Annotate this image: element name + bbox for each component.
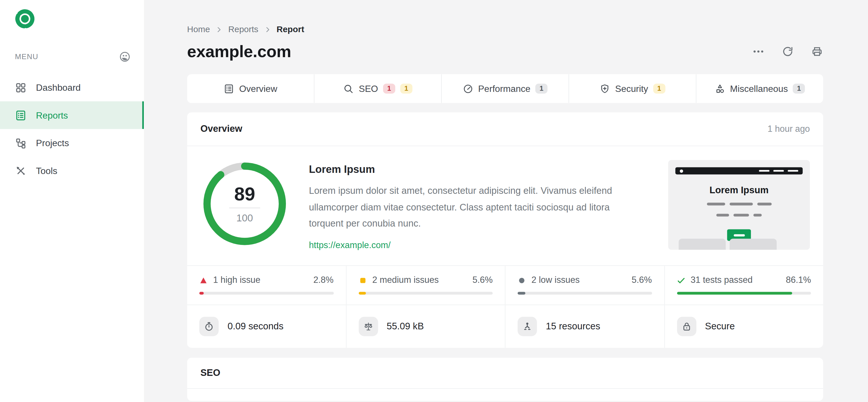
page-title: example.com — [187, 42, 291, 61]
stat-percent: 5.6% — [472, 275, 493, 285]
reports-icon — [15, 110, 26, 121]
sidebar-nav: Dashboard Reports Projects — [0, 73, 144, 184]
thumbnail-logo-dot — [680, 169, 683, 173]
tools-icon — [15, 165, 26, 177]
progress-bar — [518, 292, 652, 295]
tab-security[interactable]: Security 1 — [569, 74, 696, 103]
sidebar-item-label: Tools — [36, 165, 57, 176]
persona-icon[interactable] — [119, 51, 131, 63]
overview-card: Overview 1 hour ago 89 100 — [187, 112, 823, 348]
stat-low-issues: 2 low issues 5.6% — [505, 266, 664, 305]
site-url-link[interactable]: https://example.com/ — [309, 240, 391, 250]
overview-icon — [224, 83, 234, 94]
quick-stats-row: 0.09 seconds 55.09 kB — [187, 305, 823, 348]
site-heading: Lorem Ipsum — [309, 163, 627, 176]
stat-label: 31 tests passed — [691, 275, 753, 285]
tab-badge-count: 1 — [793, 84, 805, 94]
search-icon — [343, 83, 354, 94]
tab-seo[interactable]: SEO 1 1 — [314, 74, 441, 103]
app-logo-icon[interactable] — [14, 8, 36, 30]
tab-performance[interactable]: Performance 1 — [441, 74, 569, 103]
resources-icon — [518, 317, 537, 336]
scale-icon — [359, 317, 378, 336]
stat-percent: 5.6% — [632, 275, 652, 285]
header-actions — [752, 45, 823, 57]
report-timestamp: 1 hour ago — [768, 124, 810, 134]
refresh-button[interactable] — [782, 45, 794, 57]
tab-badge-medium: 1 — [400, 84, 412, 94]
chevron-right-icon — [264, 26, 271, 33]
print-button[interactable] — [811, 45, 823, 57]
lock-icon — [677, 317, 696, 336]
thumbnail-text-line — [668, 214, 810, 217]
tab-label: SEO — [359, 83, 378, 94]
site-thumbnail: Lorem Ipsum — [668, 160, 810, 250]
progress-bar — [359, 292, 493, 295]
sidebar-item-reports[interactable]: Reports — [0, 101, 144, 129]
breadcrumb-reports[interactable]: Reports — [228, 24, 258, 34]
score-max: 100 — [236, 213, 253, 223]
menu-label: MENU — [15, 53, 38, 61]
sidebar-menu-header: MENU — [15, 51, 131, 63]
stat-tests-passed: 31 tests passed 86.1% — [664, 266, 823, 305]
tab-label: Performance — [478, 83, 530, 94]
check-icon — [677, 276, 685, 284]
thumbnail-title: Lorem Ipsum — [668, 185, 810, 196]
sidebar-item-label: Reports — [36, 110, 68, 121]
stat-medium-issues: 2 medium issues 5.6% — [346, 266, 505, 305]
seo-card: SEO — [187, 358, 823, 401]
sidebar-item-label: Dashboard — [36, 82, 81, 93]
score-divider — [229, 208, 260, 208]
sidebar-item-tools[interactable]: Tools — [0, 157, 144, 184]
score-gauge: 89 100 — [203, 162, 286, 245]
sidebar-item-projects[interactable]: Projects — [0, 129, 144, 156]
quick-stat-label: 0.09 seconds — [228, 321, 284, 332]
issue-stats-row: 1 high issue 2.8% 2 medium issues 5.6% — [187, 265, 823, 305]
breadcrumb: Home Reports Report — [187, 0, 823, 34]
score-value: 89 — [234, 184, 255, 203]
stat-label: 1 high issue — [213, 275, 260, 285]
sidebar-item-dashboard[interactable]: Dashboard — [0, 73, 144, 101]
stat-load-time: 0.09 seconds — [187, 305, 346, 348]
tab-badge-count: 1 — [535, 84, 547, 94]
tab-badge-count: 1 — [653, 84, 665, 94]
projects-icon — [15, 137, 26, 149]
quick-stat-label: 15 resources — [546, 321, 600, 332]
shapes-icon — [714, 83, 725, 94]
thumbnail-browser-bar — [675, 167, 803, 174]
breadcrumb-home[interactable]: Home — [187, 24, 210, 34]
stat-label: 2 medium issues — [372, 275, 439, 285]
main-area: Home Reports Report example.com — [144, 0, 868, 402]
stat-percent: 2.8% — [313, 275, 334, 285]
sidebar-item-label: Projects — [36, 137, 69, 148]
more-options-button[interactable] — [752, 45, 764, 57]
stat-percent: 86.1% — [786, 275, 811, 285]
tab-label: Miscellaneous — [730, 83, 788, 94]
tab-label: Overview — [239, 83, 277, 94]
quick-stat-label: Secure — [705, 321, 735, 332]
quick-stat-label: 55.09 kB — [386, 321, 424, 332]
low-severity-icon — [518, 276, 526, 284]
thumbnail-placeholder-blocks — [679, 239, 776, 250]
medium-severity-icon — [359, 276, 367, 284]
shield-icon — [600, 83, 610, 94]
breadcrumb-current: Report — [277, 24, 304, 34]
tab-overview[interactable]: Overview — [187, 74, 314, 103]
stat-label: 2 low issues — [531, 275, 580, 285]
stopwatch-icon — [199, 317, 218, 336]
app-window: MENU Dashboard — [0, 0, 868, 402]
site-summary: Lorem Ipsum Lorem ipsum dolor sit amet, … — [309, 163, 627, 250]
stat-resources: 15 resources — [505, 305, 664, 348]
tab-miscellaneous[interactable]: Miscellaneous 1 — [696, 74, 823, 103]
speedometer-icon — [463, 83, 473, 94]
stat-high-issues: 1 high issue 2.8% — [187, 266, 346, 305]
stat-security: Secure — [664, 305, 823, 348]
high-severity-icon — [199, 276, 208, 284]
site-description: Lorem ipsum dolor sit amet, consectetur … — [309, 183, 627, 232]
tab-label: Security — [615, 83, 648, 94]
report-tabs: Overview SEO 1 1 Performance 1 — [187, 74, 823, 103]
progress-bar — [677, 292, 811, 295]
thumbnail-text-line — [668, 203, 810, 206]
seo-section-title: SEO — [200, 368, 220, 379]
tab-badge-high: 1 — [383, 84, 395, 94]
